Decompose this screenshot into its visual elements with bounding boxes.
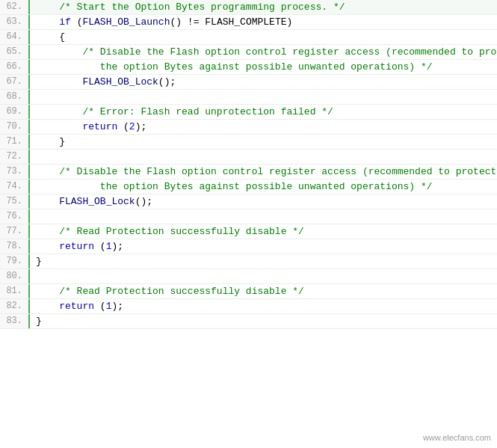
- code-line: 64. {: [0, 30, 497, 45]
- line-content: FLASH_OB_Lock();: [30, 194, 497, 209]
- line-number: 72.: [0, 150, 30, 164]
- code-line: 78. return (1);: [0, 239, 497, 254]
- code-line: 76.: [0, 209, 497, 224]
- line-content: /* Error: Flash read unprotection failed…: [30, 105, 497, 119]
- line-content: the option Bytes against possible unwant…: [30, 179, 497, 194]
- line-content: [30, 90, 497, 104]
- line-number: 67.: [0, 75, 30, 89]
- line-content: {: [30, 30, 497, 44]
- line-number: 74.: [0, 179, 30, 194]
- line-content: /* Read Protection successfully disable …: [30, 224, 497, 239]
- code-line: 62. /* Start the Option Bytes programmin…: [0, 0, 497, 15]
- line-content: return (2);: [30, 120, 497, 134]
- line-number: 83.: [0, 314, 30, 328]
- code-line: 74. the option Bytes against possible un…: [0, 179, 497, 194]
- line-content: }: [30, 135, 497, 149]
- code-line: 68.: [0, 90, 497, 105]
- line-number: 62.: [0, 0, 30, 14]
- line-number: 81.: [0, 284, 30, 298]
- code-line: 83.}: [0, 314, 497, 329]
- line-content: [30, 150, 497, 164]
- code-line: 71. }: [0, 135, 497, 150]
- code-line: 81. /* Read Protection successfully disa…: [0, 284, 497, 299]
- line-content: the option Bytes against possible unwant…: [30, 60, 497, 74]
- code-line: 69. /* Error: Flash read unprotection fa…: [0, 105, 497, 120]
- line-content: [30, 269, 497, 283]
- line-content: /* Disable the Flash option control regi…: [30, 165, 497, 179]
- code-line: 80.: [0, 269, 497, 284]
- line-number: 77.: [0, 224, 30, 239]
- line-content: return (1);: [30, 239, 497, 254]
- line-number: 76.: [0, 209, 30, 224]
- line-number: 71.: [0, 135, 30, 149]
- line-content: if (FLASH_OB_Launch() != FLASH_COMPLETE): [30, 15, 497, 29]
- line-number: 70.: [0, 120, 30, 134]
- line-content: /* Disable the Flash option control regi…: [30, 45, 497, 59]
- line-content: FLASH_OB_Lock();: [30, 75, 497, 89]
- watermark: www.elecfans.com: [423, 433, 491, 442]
- line-content: }: [30, 254, 497, 269]
- code-line: 72.: [0, 150, 497, 165]
- code-line: 82. return (1);: [0, 299, 497, 314]
- line-content: /* Start the Option Bytes programming pr…: [30, 0, 497, 14]
- line-number: 73.: [0, 165, 30, 179]
- code-line: 75. FLASH_OB_Lock();: [0, 194, 497, 209]
- code-line: 79.}: [0, 254, 497, 269]
- line-number: 63.: [0, 15, 30, 29]
- line-content: /* Read Protection successfully disable …: [30, 284, 497, 298]
- line-number: 65.: [0, 45, 30, 59]
- line-number: 80.: [0, 269, 30, 283]
- line-number: 78.: [0, 239, 30, 254]
- code-line: 67. FLASH_OB_Lock();: [0, 75, 497, 90]
- line-number: 66.: [0, 60, 30, 74]
- code-line: 70. return (2);: [0, 120, 497, 135]
- code-line: 73. /* Disable the Flash option control …: [0, 165, 497, 179]
- line-number: 64.: [0, 30, 30, 44]
- line-number: 79.: [0, 254, 30, 269]
- line-number: 82.: [0, 299, 30, 313]
- line-number: 75.: [0, 194, 30, 209]
- code-line: 63. if (FLASH_OB_Launch() != FLASH_COMPL…: [0, 15, 497, 30]
- line-number: 68.: [0, 90, 30, 104]
- code-line: 65. /* Disable the Flash option control …: [0, 45, 497, 60]
- code-editor: 62. /* Start the Option Bytes programmin…: [0, 0, 497, 448]
- code-line: 77. /* Read Protection successfully disa…: [0, 224, 497, 239]
- line-number: 69.: [0, 105, 30, 119]
- code-line: 66. the option Bytes against possible un…: [0, 60, 497, 75]
- line-content: }: [30, 314, 497, 328]
- line-content: return (1);: [30, 299, 497, 313]
- line-content: [30, 209, 497, 224]
